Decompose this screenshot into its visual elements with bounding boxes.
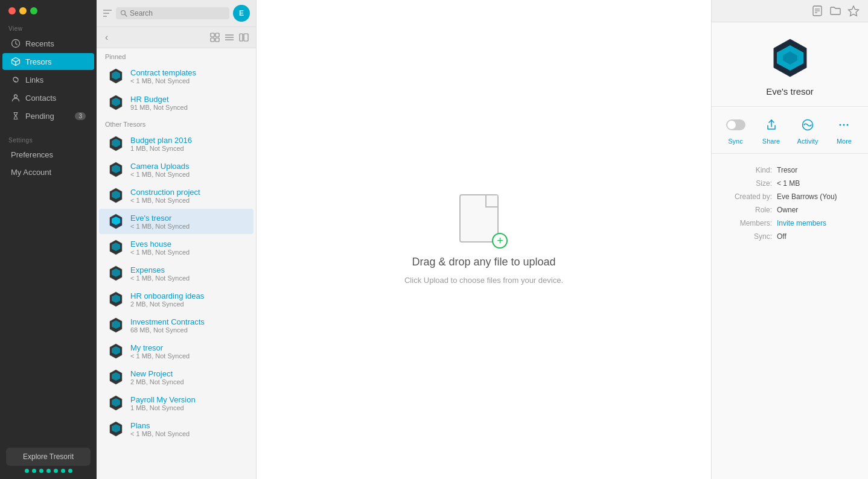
sync-meta-label: Sync:	[724, 232, 772, 241]
svg-point-54	[847, 124, 849, 126]
sidebar-item-tresors[interactable]: Tresors	[2, 53, 94, 70]
panel-note-icon[interactable]	[811, 5, 823, 17]
tresor-meta-11: < 1 MB, Not Synced	[130, 430, 245, 437]
explore-dot-5	[54, 469, 58, 473]
sidebar-item-recents[interactable]: Recents	[2, 35, 94, 52]
tresor-info-hr-budget: HR Budget 91 MB, Not Synced	[130, 95, 245, 111]
share-action[interactable]: Share	[762, 115, 781, 145]
panel-folder-icon[interactable]	[829, 5, 841, 17]
box-icon	[11, 57, 21, 66]
sidebar-item-preferences[interactable]: Preferences	[2, 147, 94, 163]
sync-toggle[interactable]	[726, 119, 745, 130]
file-list-toolbar: E	[97, 0, 256, 27]
right-panel: Eve's tresor Sync Share	[711, 0, 868, 479]
tresor-name-2: Construction project	[130, 188, 245, 197]
sidebar-links-label: Links	[25, 75, 43, 84]
tresor-meta-contract: < 1 MB, Not Synced	[130, 77, 245, 84]
columns-view-icon[interactable]	[238, 31, 250, 43]
tresor-meta-10: 1 MB, Not Synced	[130, 404, 245, 411]
sidebar-item-account[interactable]: My Account	[2, 164, 94, 180]
tresor-item-my-tresor[interactable]: My tresor < 1 MB, Not Synced	[99, 338, 254, 364]
tresor-item-payroll[interactable]: Payroll My Version 1 MB, Not Synced	[99, 390, 254, 416]
file-list-nav: ‹	[97, 27, 256, 48]
tresor-item-camera-uploads[interactable]: Camera Uploads < 1 MB, Not Synced	[99, 157, 254, 182]
svg-rect-15	[244, 34, 248, 41]
svg-point-53	[843, 124, 845, 126]
traffic-lights	[0, 0, 97, 19]
tresor-icon-construction	[107, 187, 124, 204]
svg-point-52	[840, 124, 841, 126]
invite-members-link[interactable]: Invite members	[777, 219, 856, 227]
sync-action-label: Sync	[728, 138, 742, 145]
sidebar-item-pending[interactable]: Pending 3	[2, 107, 94, 124]
tresor-item-construction[interactable]: Construction project < 1 MB, Not Synced	[99, 183, 254, 208]
activity-action[interactable]: Activity	[797, 115, 819, 145]
tresor-icon-hr-budget	[107, 94, 124, 111]
svg-rect-14	[240, 34, 243, 41]
pinned-section-header: Pinned	[97, 48, 256, 63]
explore-button[interactable]: Explore Tresorit	[6, 448, 91, 466]
tresor-info-contract: Contract templates < 1 MB, Not Synced	[130, 68, 245, 84]
plus-icon: +	[492, 233, 508, 249]
share-action-label: Share	[762, 138, 780, 145]
tresor-item-contract-templates[interactable]: Contract templates < 1 MB, Not Synced	[99, 63, 254, 89]
tresor-detail-header: Eve's tresor	[712, 22, 868, 107]
sidebar-item-links[interactable]: Links	[2, 71, 94, 88]
meta-row-role: Role: Owner	[724, 203, 856, 217]
svg-rect-8	[215, 33, 219, 37]
tresor-meta-6: 2 MB, Not Synced	[130, 300, 245, 308]
role-label: Role:	[724, 206, 772, 214]
close-button[interactable]	[8, 7, 16, 14]
size-value: < 1 MB	[777, 179, 856, 188]
tresor-name-4: Eves house	[130, 240, 245, 249]
link-icon	[11, 75, 21, 84]
tresor-icon-plans	[107, 420, 124, 437]
tresor-item-plans[interactable]: Plans < 1 MB, Not Synced	[99, 416, 254, 442]
search-input[interactable]	[130, 9, 225, 17]
search-icon	[120, 10, 127, 17]
tresor-item-eves-tresor[interactable]: Eve's tresor < 1 MB, Not Synced	[99, 209, 254, 234]
file-icon	[459, 194, 499, 243]
more-action[interactable]: More	[834, 115, 854, 145]
tresor-item-investment[interactable]: Investment Contracts 68 MB, Not Synced	[99, 312, 254, 338]
svg-rect-7	[211, 33, 214, 37]
tresor-actions: Sync Share Activity	[712, 107, 868, 154]
tresor-item-budget-plan[interactable]: Budget plan 2016 1 MB, Not Synced	[99, 131, 254, 156]
role-value: Owner	[777, 206, 856, 214]
tresor-name-7: Investment Contracts	[130, 317, 245, 326]
search-bar	[116, 7, 229, 19]
tresor-name-0: Budget plan 2016	[130, 136, 245, 145]
activity-action-label: Activity	[797, 138, 819, 145]
sync-action[interactable]: Sync	[726, 115, 745, 145]
explore-dot-7	[68, 469, 72, 473]
drop-subtitle: Click Upload to choose files from your d…	[404, 276, 563, 285]
settings-section-label: Settings	[0, 131, 97, 146]
tresor-icon-new-project	[107, 369, 124, 385]
tresor-item-expenses[interactable]: Expenses < 1 MB, Not Synced	[99, 261, 254, 286]
minimize-button[interactable]	[19, 7, 27, 14]
profile-avatar[interactable]: E	[233, 5, 250, 22]
account-label: My Account	[11, 168, 51, 177]
tresor-item-hr-onboarding[interactable]: HR onboarding ideas 2 MB, Not Synced	[99, 287, 254, 312]
more-action-label: More	[837, 138, 852, 145]
tresor-item-new-project[interactable]: New Project 2 MB, Not Synced	[99, 364, 254, 390]
grid-view-icon[interactable]	[209, 31, 221, 43]
tresor-item-eves-house[interactable]: Eves house < 1 MB, Not Synced	[99, 235, 254, 260]
list-view-icon[interactable]	[223, 31, 235, 43]
tresor-name-1: Camera Uploads	[130, 162, 245, 171]
panel-star-icon[interactable]	[847, 5, 860, 17]
meta-row-sync: Sync: Off	[724, 230, 856, 243]
tresor-item-hr-budget[interactable]: HR Budget 91 MB, Not Synced	[99, 90, 254, 115]
meta-row-members: Members: Invite members	[724, 217, 856, 230]
maximize-button[interactable]	[30, 7, 37, 14]
sidebar-item-contacts[interactable]: Contacts	[2, 89, 94, 106]
sidebar: View Recents Tresors Links	[0, 0, 97, 479]
tresor-meta-2: < 1 MB, Not Synced	[130, 197, 245, 204]
tresor-icon-hr-onboarding	[107, 291, 124, 308]
back-button[interactable]: ‹	[103, 31, 110, 44]
sort-icon[interactable]	[103, 9, 112, 17]
person-icon	[11, 93, 21, 103]
tresor-icon-camera	[107, 161, 124, 178]
explore-dot-2	[32, 469, 36, 473]
tresor-meta-5: < 1 MB, Not Synced	[130, 274, 245, 282]
